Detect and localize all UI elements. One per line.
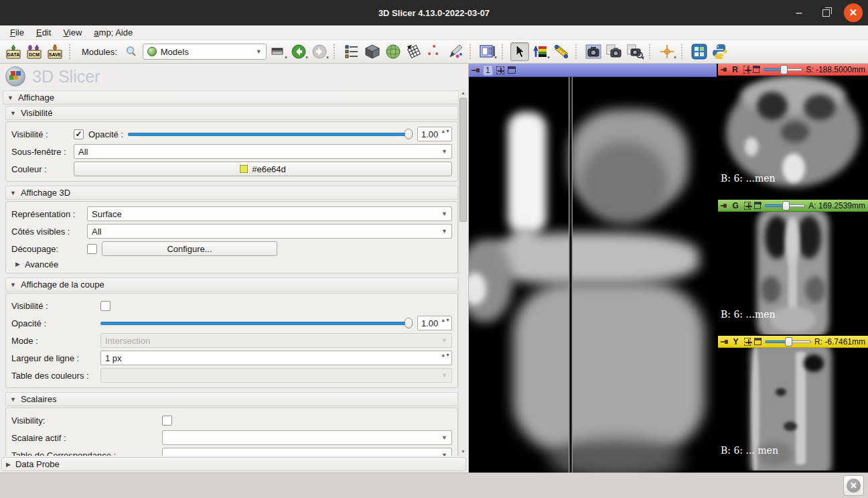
menu-file[interactable]: File xyxy=(4,26,30,39)
models-sphere-button[interactable] xyxy=(384,42,403,61)
subwindow-combobox[interactable]: All ▼ xyxy=(74,144,452,159)
slider-handle[interactable] xyxy=(405,318,413,328)
slice-visibility-checkbox[interactable] xyxy=(100,301,111,311)
green-slice-slider[interactable] xyxy=(764,201,806,210)
minimize-button[interactable]: – xyxy=(790,4,808,21)
opacity-spinbox[interactable]: 1.00 ▲▼ xyxy=(417,127,452,141)
red-view-header: R S: -188.5000mm xyxy=(718,64,868,76)
green-volume-label: B: 6: ...men xyxy=(721,309,775,320)
screenshot-button[interactable] xyxy=(584,42,603,61)
save-button[interactable]: SAVE xyxy=(46,42,64,61)
spin-arrows-icon[interactable]: ▲▼ xyxy=(441,352,450,358)
mouse-interaction-button[interactable] xyxy=(510,42,529,61)
scalar-visibility-checkbox[interactable] xyxy=(162,416,172,426)
view-link-icon[interactable] xyxy=(744,338,751,346)
pin-icon[interactable] xyxy=(721,203,727,208)
view-3d[interactable]: 1 xyxy=(469,64,717,473)
yellow-slice-canvas[interactable]: B: 6: ... men xyxy=(718,348,868,471)
section-affichage-3d[interactable]: ▼ Affichage 3D xyxy=(5,186,458,200)
transforms-button[interactable] xyxy=(405,42,423,61)
pin-icon[interactable] xyxy=(472,68,480,73)
load-data-button[interactable]: DATA xyxy=(4,42,23,61)
slice-opacity-spinbox[interactable]: 1.00 ▲▼ xyxy=(417,316,452,330)
slicer-logo-icon xyxy=(5,66,25,86)
svg-text:*: * xyxy=(428,51,431,59)
view-link-icon[interactable] xyxy=(744,202,751,210)
view-link-icon[interactable] xyxy=(743,66,750,74)
panel-scrollbar[interactable]: ▲ ▼ xyxy=(458,89,467,456)
sample-data-cube-button[interactable] xyxy=(363,42,382,61)
collapsed-arrow-icon: ▶ xyxy=(6,461,11,468)
configure-clipping-button[interactable]: Configure... xyxy=(102,241,277,256)
scroll-down-icon[interactable]: ▼ xyxy=(459,448,467,456)
red-slice-slider[interactable] xyxy=(763,65,802,74)
line-width-spinbox[interactable]: 1 px ▲▼ xyxy=(100,351,452,365)
section-visibilite[interactable]: ▼ Visibilité xyxy=(5,106,458,120)
color-picker-button[interactable]: #e6e64d xyxy=(74,162,452,176)
scroll-up-icon[interactable]: ▲ xyxy=(459,89,467,97)
green-slice-canvas[interactable]: B: 6: ...men xyxy=(718,212,868,334)
menu-view[interactable]: View xyxy=(57,26,88,39)
module-selector[interactable]: Models ▼ xyxy=(143,44,267,60)
close-button[interactable]: ✕ xyxy=(844,3,863,22)
scrollbar-thumb[interactable] xyxy=(459,98,467,222)
toolbar-separator xyxy=(334,44,338,59)
module-hierarchy-button[interactable] xyxy=(342,42,361,61)
extensions-manager-button[interactable] xyxy=(690,42,709,61)
scene-view-restore-button[interactable]: ▾ xyxy=(626,42,644,61)
lut-combobox[interactable]: ▼ xyxy=(162,448,452,456)
visible-sides-combobox[interactable]: All ▼ xyxy=(87,224,452,239)
python-console-button[interactable] xyxy=(711,42,729,61)
error-log-button[interactable]: ✕ xyxy=(843,475,864,496)
view-maximize-icon[interactable] xyxy=(508,66,516,74)
adjust-window-level-button[interactable]: ▾ xyxy=(531,42,550,61)
maximize-button[interactable] xyxy=(817,4,835,21)
section-coupe[interactable]: ▼ Affichage de la coupe xyxy=(5,277,458,292)
slice-view-green[interactable]: G A: 169.2539mm B: 6: ...men xyxy=(718,200,868,334)
section-affichage[interactable]: ▼ Affichage xyxy=(3,90,466,105)
toolbar-separator xyxy=(469,44,474,59)
view-link-icon[interactable] xyxy=(496,66,504,74)
pin-icon[interactable] xyxy=(721,339,728,345)
window-level-icon xyxy=(532,44,549,60)
module-history-button[interactable]: ▾ xyxy=(269,42,287,61)
section-data-probe[interactable]: ▶ Data Probe xyxy=(1,457,466,471)
module-search-button[interactable] xyxy=(122,42,141,61)
spin-arrows-icon[interactable]: ▲▼ xyxy=(441,128,450,134)
scene-view-capture-button[interactable] xyxy=(605,42,624,61)
dicom-button[interactable]: DCM xyxy=(25,42,44,61)
module-forward-button[interactable]: ▾ xyxy=(310,42,329,61)
annotations-button[interactable] xyxy=(446,42,465,61)
slice-view-red[interactable]: R S: -188.5000mm B: 6: ...men xyxy=(718,64,868,198)
menu-edit[interactable]: Edit xyxy=(30,26,57,39)
module-back-button[interactable]: ▾ xyxy=(289,42,308,61)
slice-view-yellow[interactable]: Y R: -6.7461mm B: 6: ... men xyxy=(718,336,868,471)
view-maximize-icon[interactable] xyxy=(754,202,761,209)
line-width-label: Largeur de ligne : xyxy=(11,353,96,363)
markups-button[interactable]: * * * xyxy=(425,42,444,61)
module-history-icon xyxy=(271,46,285,57)
view-maximize-icon[interactable] xyxy=(753,66,760,73)
red-slice-canvas[interactable]: B: 6: ...men xyxy=(718,76,868,198)
slider-handle[interactable] xyxy=(405,129,413,139)
slice-opacity-slider[interactable] xyxy=(100,318,413,328)
opacity-slider[interactable] xyxy=(128,129,413,139)
advanced-section[interactable]: ▶ Avancée xyxy=(15,258,452,270)
view-maximize-icon[interactable] xyxy=(754,338,762,345)
green-slice-offset: A: 169.2539mm xyxy=(808,201,865,210)
crosshair-button[interactable]: ▾ xyxy=(658,42,676,61)
menu-help[interactable]: amp; Aide xyxy=(88,26,139,39)
section-scalaires[interactable]: ▼ Scalaires xyxy=(5,392,458,406)
spin-arrows-icon[interactable]: ▲▼ xyxy=(441,317,450,323)
clipping-checkbox[interactable] xyxy=(87,244,97,254)
layout-selector-button[interactable]: ▾ xyxy=(478,42,497,61)
representation-combobox[interactable]: Surface ▼ xyxy=(87,206,452,221)
ruler-button[interactable] xyxy=(552,42,571,61)
pin-icon[interactable] xyxy=(721,67,727,72)
active-scalar-combobox[interactable]: ▼ xyxy=(162,430,452,445)
yellow-slice-slider[interactable] xyxy=(765,337,811,347)
subwindow-value: All xyxy=(78,147,88,157)
slice-visibility-label: Visibilité : xyxy=(11,301,96,311)
view-3d-canvas[interactable] xyxy=(469,77,717,473)
visibility-checkbox[interactable]: ✓ xyxy=(74,129,84,139)
